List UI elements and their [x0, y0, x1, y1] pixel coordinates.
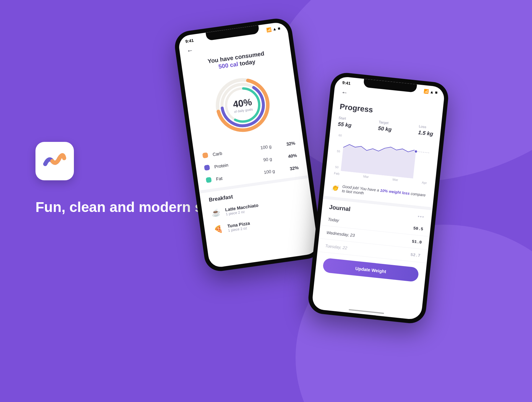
stat-loss: Loss 1.5 kg [418, 124, 434, 137]
y-tick: 50 [335, 165, 339, 169]
journal-date: Wednesday, 23 [326, 230, 355, 238]
macro-name: Carb [212, 146, 254, 157]
home-indicator[interactable] [349, 309, 384, 314]
macro-name: Protein [214, 158, 256, 169]
stat-start: Start 55 kg [338, 116, 352, 129]
pizza-icon: 🍕 [212, 223, 224, 236]
update-weight-button[interactable]: Update Weight [322, 258, 419, 282]
donut-chart: 40% of daily goals [183, 62, 302, 148]
macro-amount: 100 g [254, 143, 278, 151]
macro-dot-icon [204, 165, 210, 171]
macro-dot-icon [206, 177, 212, 183]
status-time: 9:41 [342, 80, 351, 86]
macro-name: Fat [216, 171, 258, 181]
wifi-icon: ▲ [429, 89, 434, 94]
clap-icon: 👏 [331, 184, 339, 192]
journal-title: Journal [329, 204, 351, 213]
app-icon [35, 142, 74, 180]
journal-date: Today [328, 217, 339, 223]
stat-value: 1.5 kg [418, 129, 434, 137]
phone-mockup-progress: 9:41 📶 ▲ ■ ← Progress Start 55 kg Target… [307, 71, 450, 325]
coffee-icon: ☕ [210, 207, 222, 219]
macro-percent: 32% [277, 140, 296, 147]
journal-value: 51.0 [412, 239, 422, 245]
battery-icon: ■ [435, 90, 438, 95]
stat-value: 50 kg [378, 125, 392, 133]
svg-line-6 [416, 151, 429, 153]
signal-icon: 📶 [424, 89, 429, 94]
y-tick: 60 [338, 134, 342, 137]
journal-date: Tuesday, 22 [325, 243, 347, 250]
macro-percent: 40% [279, 153, 297, 160]
y-tick: 55 [337, 150, 340, 153]
macro-percent: 32% [281, 165, 299, 172]
x-tick: Apr [422, 181, 427, 185]
stat-value: 55 kg [338, 121, 352, 129]
stat-target: Target 50 kg [378, 120, 392, 133]
journal-value: 50.5 [413, 226, 424, 231]
macro-dot-icon [202, 152, 208, 158]
congrats-highlight: 10% weight loss [380, 188, 410, 196]
macro-amount: 100 g [257, 167, 281, 176]
more-icon[interactable]: ••• [418, 214, 425, 220]
x-tick: Mar [363, 174, 369, 179]
wifi-icon: ▲ [272, 26, 277, 32]
journal-value: 52.7 [410, 252, 421, 258]
chart-current-point [414, 150, 418, 153]
x-tick: Mar [392, 178, 398, 182]
x-tick: Feb [334, 171, 340, 176]
signal-icon: 📶 [266, 27, 272, 32]
battery-icon: ■ [278, 26, 281, 31]
macro-amount: 90 g [256, 155, 280, 163]
